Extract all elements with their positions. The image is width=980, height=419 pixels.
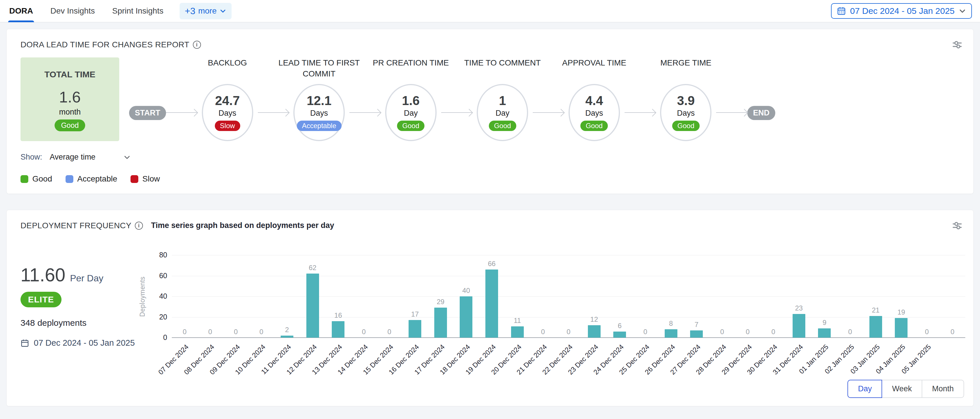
legend-item-good: Good [21,174,52,184]
show-mode-dropdown[interactable]: Average time [50,152,131,162]
bar [409,320,421,338]
bar [665,329,678,338]
toggle-day-button[interactable]: Day [848,380,882,398]
tab-dora[interactable]: DORA [8,0,34,22]
bar-value-label: 0 [378,328,401,336]
lead-time-card: DORA LEAD TIME FOR CHANGES REPORT i TOTA… [6,29,974,194]
flow-start-pill: START [129,106,166,120]
good-swatch [21,175,28,183]
stage-name: APPROVAL TIME [551,57,638,82]
bar-value-label: 0 [634,328,657,336]
bar-value-label: 0 [941,328,964,336]
bar [690,330,703,338]
more-label: more [198,6,216,16]
stage-status-badge: Good [397,121,425,131]
stage-name: LEAD TIME TO FIRST COMMIT [276,57,363,82]
chevron-down-icon [123,154,131,161]
flow-arrow [533,112,564,113]
toggle-week-button[interactable]: Week [881,380,922,398]
gridline [172,255,965,256]
flow-arrow [258,112,289,113]
flow-arrow [625,112,656,113]
total-time-value: 1.6 [59,89,81,105]
stage-unit: Days [310,109,328,118]
total-status-badge: Good [54,119,85,131]
bar-value-label: 2 [275,326,299,334]
stage-unit: Day [404,109,418,118]
bar [895,318,907,338]
more-count: +3 [185,6,195,16]
stage-backlog: BACKLOG 24.7 Days Slow [197,57,258,141]
bar-value-label: 0 [199,328,222,336]
stage-status-badge: Acceptable [297,121,342,131]
bar-value-label: 0 [352,328,375,336]
bar [613,332,626,338]
bar [869,316,882,338]
flow-end-pill: END [747,106,775,120]
bar [460,296,473,338]
date-range-text: 07 Dec 2024 - 05 Jan 2025 [850,6,955,16]
stage-name: MERGE TIME [643,57,729,82]
total-time-unit: month [59,108,81,117]
bar-value-label: 12 [583,316,606,324]
slow-swatch [130,175,138,183]
total-time-panel: TOTAL TIME 1.6 month Good [21,57,119,141]
granularity-toggle: Day Week Month [848,380,964,398]
bar-value-label: 17 [403,310,426,318]
deployments-bar-chart: 020406080007 Dec 2024008 Dec 2024009 Dec… [6,210,974,406]
stage-approval-time: APPROVAL TIME 4.4 Days Good [564,57,625,141]
bar-value-label: 0 [838,328,862,336]
flow-arrow [716,112,747,113]
stage-status-badge: Good [672,121,700,131]
bar-value-label: 6 [608,322,631,330]
date-range-picker[interactable]: 07 Dec 2024 - 05 Jan 2025 [831,3,972,19]
stage-node[interactable]: 12.1 Days Acceptable [293,84,345,141]
bar-value-label: 0 [250,328,273,336]
chevron-down-icon [959,7,966,15]
bar-value-label: 0 [736,328,759,336]
stage-unit: Days [219,109,237,118]
gridline [172,296,965,297]
stage-value: 24.7 [215,94,240,107]
lead-time-flow: TOTAL TIME 1.6 month Good START BACKLOG … [6,57,974,141]
bar [485,270,498,338]
top-navigation-bar: DORA Dev Insights Sprint Insights +3 mor… [0,0,980,22]
stage-pr-creation-time: PR CREATION TIME 1.6 Day Good [380,57,441,141]
legend-label: Slow [142,174,160,184]
bar-value-label: 62 [301,264,324,272]
bar [792,314,805,338]
bar-value-label: 0 [531,328,554,336]
toggle-month-button[interactable]: Month [922,380,964,398]
stage-lead-time-to-first-commit: LEAD TIME TO FIRST COMMIT 12.1 Days Acce… [289,57,349,141]
stage-node[interactable]: 4.4 Days Good [568,84,620,141]
settings-sliders-icon[interactable] [951,39,963,51]
tab-dev-insights[interactable]: Dev Insights [49,0,96,22]
bar-value-label: 7 [685,321,708,329]
bar [818,329,831,338]
show-label: Show: [21,152,42,162]
stage-node[interactable]: 1 Day Good [477,84,528,141]
bar [588,325,601,338]
info-icon[interactable]: i [193,41,201,49]
flow-arrow [441,112,473,113]
stage-node[interactable]: 3.9 Days Good [660,84,711,141]
legend-label: Good [32,174,52,184]
more-tabs-dropdown[interactable]: +3 more [180,3,232,19]
bar-value-label: 0 [557,328,580,336]
chevron-down-icon [220,8,226,14]
bar-value-label: 0 [173,328,196,336]
legend-item-acceptable: Acceptable [65,174,118,184]
stage-node[interactable]: 1.6 Day Good [385,84,437,141]
y-axis-tick-label: 20 [144,313,167,321]
deployment-frequency-card: DEPLOYMENT FREQUENCY i Time series graph… [6,210,974,406]
y-axis-tick-label: 60 [144,271,167,280]
stage-node[interactable]: 24.7 Days Slow [202,84,253,141]
y-axis-tick-label: 40 [144,292,167,300]
stage-merge-time: MERGE TIME 3.9 Days Good [655,57,716,141]
flow-arrow [166,112,197,113]
stage-status-badge: Good [581,121,608,131]
bar-value-label: 21 [864,306,887,314]
tab-sprint-insights[interactable]: Sprint Insights [111,0,165,22]
bar-value-label: 29 [429,298,452,306]
gridline [172,317,965,317]
